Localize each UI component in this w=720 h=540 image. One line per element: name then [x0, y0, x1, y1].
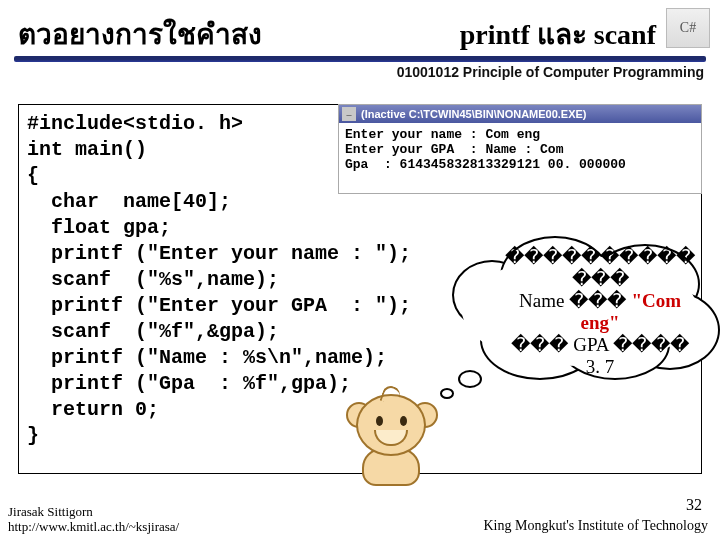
page-number: 32 — [686, 496, 702, 514]
header: ตวอยางการใชคำสง printf และ scanf — [18, 10, 706, 56]
console-title: (Inactive C:\TCWIN45\BIN\NONAME00.EXE) — [361, 108, 587, 120]
logo-icon: C# — [666, 8, 710, 48]
header-rule — [14, 56, 706, 62]
bubble-name-label: Name — [519, 290, 569, 311]
author-url: http://www.kmitl.ac.th/~ksjirasa/ — [8, 519, 179, 534]
bubble-tail-1 — [458, 370, 482, 388]
footer-right: King Mongkut's Institute of Technology — [484, 518, 709, 534]
bubble-line2: ��� — [572, 268, 629, 289]
title-left: ตวอยางการใชคำสง — [18, 12, 262, 56]
bubble-name-value-1: "Com — [631, 290, 681, 311]
bubble-line1: ���������� — [505, 246, 695, 267]
console-window: – (Inactive C:\TCWIN45\BIN\NONAME00.EXE)… — [338, 104, 702, 194]
thought-bubble: ���������� ��� Name ��� "Com eng" ��� GP… — [440, 230, 720, 390]
monkey-graphic — [326, 386, 446, 482]
author-name: Jirasak Sittigorn — [8, 504, 179, 519]
system-menu-icon: – — [342, 107, 356, 121]
console-titlebar: – (Inactive C:\TCWIN45\BIN\NONAME00.EXE) — [339, 105, 701, 123]
slide-root: ตวอยางการใชคำสง printf และ scanf C# 0100… — [0, 0, 720, 540]
console-output: Enter your name : Com eng Enter your GPA… — [339, 123, 701, 176]
bubble-name-value-2: eng" — [580, 312, 619, 333]
bubble-gpa-label: GPA — [573, 334, 613, 355]
course-code: 01001012 Principle of Computer Programmi… — [397, 64, 704, 80]
bubble-gpa-value: 3. 7 — [586, 356, 615, 377]
title-right: printf และ scanf — [460, 12, 656, 56]
footer-left: Jirasak Sittigorn http://www.kmitl.ac.th… — [8, 504, 179, 534]
bubble-text: ���������� ��� Name ��� "Com eng" ��� GP… — [480, 246, 720, 378]
